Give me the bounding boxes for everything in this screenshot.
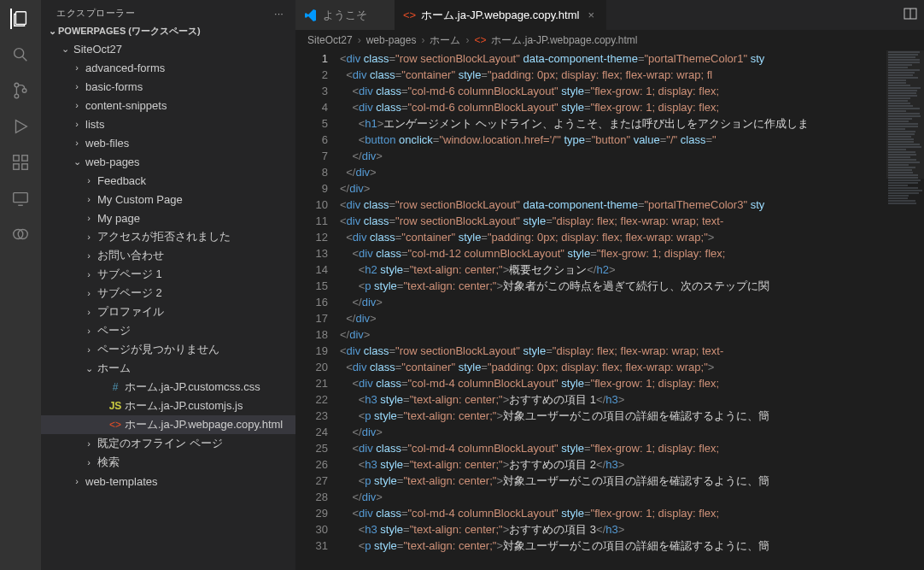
tree-item-label: アクセスが拒否されました [96,229,231,244]
folder-item[interactable]: ›プロファイル [41,303,295,321]
tab[interactable]: <>ホーム.ja-JP.webpage.copy.html× [395,0,606,30]
chevron-down-icon: ⌄ [46,26,58,37]
folder-item[interactable]: ›ページが見つかりません [41,340,295,359]
svg-point-2 [15,83,19,87]
folder-item[interactable]: ›My page [41,209,295,227]
tree-item-label: サブページ 2 [96,285,162,301]
sidebar-title-row: エクスプローラー ··· [41,0,295,23]
remote-icon[interactable] [10,188,31,209]
chevron-icon: › [70,100,84,110]
minimap[interactable] [886,50,924,570]
breadcrumb-separator: › [358,34,361,46]
folder-item[interactable]: ›サブページ 2 [41,284,295,303]
source-control-icon[interactable] [10,80,31,101]
tree-item-label: web-pages [84,156,140,168]
run-debug-icon[interactable] [10,116,31,137]
close-icon[interactable]: × [584,9,598,21]
svg-point-3 [15,94,19,98]
folder-item[interactable]: ›Feedback [41,171,295,190]
chevron-icon: › [82,250,96,261]
tree-item-label: お問い合わせ [96,248,164,263]
line-gutter: 1234567891011121314151617181920212223242… [295,50,340,570]
tree-item-label: Feedback [96,174,146,187]
chevron-icon: ⌄ [82,363,96,374]
tree-item-label: 検索 [96,455,120,470]
folder-item[interactable]: ›既定のオフライン ページ [41,434,295,453]
file-item[interactable]: #ホーム.ja-JP.customcss.css [41,378,295,397]
folder-item[interactable]: ›basic-forms [41,77,295,96]
tree-item-label: ホーム.ja-JP.customjs.js [123,398,243,414]
tree-item-label: 既定のオフライン ページ [96,436,223,451]
code-editor[interactable]: 1234567891011121314151617181920212223242… [295,50,924,570]
chevron-icon: › [70,81,84,91]
folder-item[interactable]: ›My Custom Page [41,190,295,209]
tree-item-label: SiteOct27 [72,43,122,56]
folder-item[interactable]: ›アクセスが拒否されました [41,227,295,246]
svg-point-4 [22,89,26,93]
chevron-icon: › [70,119,84,129]
minimap-viewport[interactable] [886,50,924,179]
file-item[interactable]: <>ホーム.ja-JP.webpage.copy.html [41,415,295,434]
tree-item-label: ページが見つかりません [96,342,219,357]
tab-label: ホーム.ja-JP.webpage.copy.html [421,8,579,23]
chevron-icon: › [82,307,96,317]
folder-item[interactable]: ›web-templates [41,472,295,491]
tree-item-label: basic-forms [84,80,143,93]
tree-item-label: ホーム.ja-JP.customcss.css [123,379,260,395]
split-editor-icon[interactable] [904,7,917,21]
breadcrumb-separator: › [421,34,424,46]
folder-item[interactable]: ›ページ [41,321,295,340]
tree-item-label: My Custom Page [96,193,183,206]
more-icon[interactable]: ··· [274,9,284,19]
chevron-icon: › [82,175,96,185]
sidebar-title: エクスプローラー [56,7,135,20]
svg-rect-9 [14,193,28,203]
svg-rect-7 [22,164,27,169]
folder-item[interactable]: ⌄web-pages [41,152,295,171]
breadcrumb-item[interactable]: web-pages [366,34,417,46]
tree-item-label: web-templates [84,475,158,488]
chevron-icon: › [82,194,96,204]
breadcrumb-item[interactable]: ホーム [430,33,460,48]
breadcrumb-item[interactable]: SiteOct27 [307,34,353,46]
tree-item-label: ページ [96,323,131,338]
svg-rect-6 [14,164,19,169]
search-icon[interactable] [10,44,31,65]
folder-item[interactable]: ›web-files [41,133,295,152]
svg-rect-8 [22,156,27,161]
folder-item[interactable]: ›お問い合わせ [41,246,295,265]
tree-item-label: プロファイル [96,304,164,320]
file-item[interactable]: JSホーム.ja-JP.customjs.js [41,397,295,415]
chevron-icon: › [70,62,84,73]
folder-item[interactable]: ›検索 [41,453,295,472]
folder-item[interactable]: ›advanced-forms [41,58,295,77]
breadcrumb[interactable]: SiteOct27›web-pages›ホーム›<>ホーム.ja-JP.webp… [295,30,924,50]
chevron-icon: › [82,326,96,336]
breadcrumb-separator: › [465,34,469,46]
folder-item[interactable]: ⌄SiteOct27 [41,39,295,58]
code-content[interactable]: <div class="row sectionBlockLayout" data… [340,50,886,570]
editor-area: ようこそ<>ホーム.ja-JP.webpage.copy.html× SiteO… [295,0,924,570]
file-tree[interactable]: ⌄SiteOct27›advanced-forms›basic-forms›co… [41,39,295,570]
tab-bar: ようこそ<>ホーム.ja-JP.webpage.copy.html× [295,0,924,30]
file-icon: # [108,381,123,393]
tab[interactable]: ようこそ [295,0,395,30]
explorer-icon[interactable] [10,9,31,29]
extensions-icon[interactable] [10,152,31,173]
power-platform-icon[interactable] [10,224,31,244]
chevron-icon: › [70,138,84,148]
chevron-icon: › [82,213,96,223]
folder-item[interactable]: ›content-snippets [41,96,295,115]
tab-icon [304,9,318,22]
tree-item-label: ホーム [96,361,131,376]
breadcrumb-item[interactable]: ホーム.ja-JP.webpage.copy.html [491,33,637,48]
chevron-icon: › [82,457,96,467]
folder-item[interactable]: ⌄ホーム [41,359,295,378]
folder-item[interactable]: ›lists [41,115,295,133]
chevron-icon: › [82,344,96,355]
svg-rect-0 [16,12,26,25]
tree-item-label: web-files [84,137,129,150]
folder-item[interactable]: ›サブページ 1 [41,265,295,284]
activity-bar [0,0,41,570]
workspace-header[interactable]: ⌄ POWERPAGES (ワークスペース) [41,23,295,39]
